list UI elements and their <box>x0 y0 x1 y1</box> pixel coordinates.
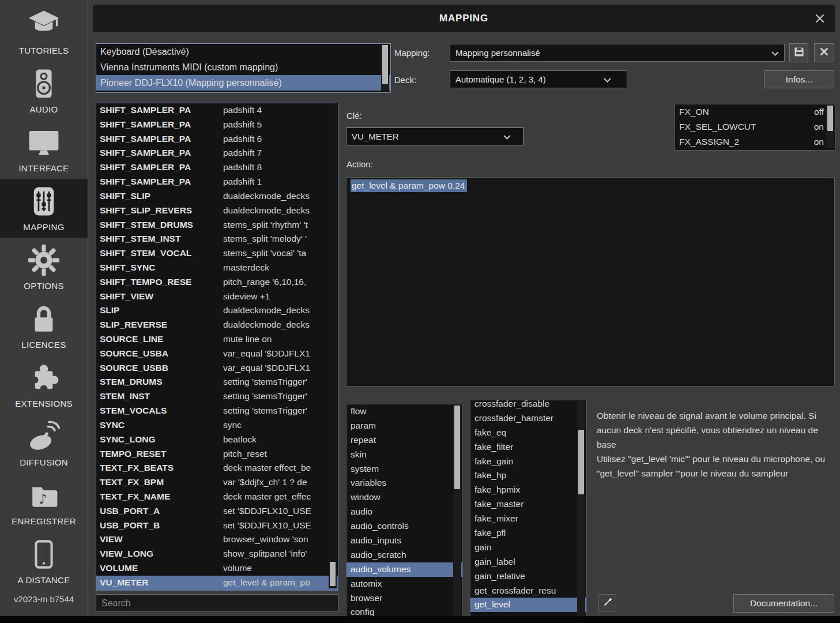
mapping-key-row[interactable]: TEMPO_RESETpitch_reset <box>96 447 338 461</box>
mapping-select[interactable]: Mapping personnalisé <box>450 44 785 62</box>
action-item[interactable]: gain_relative <box>470 569 586 584</box>
search-input[interactable] <box>96 594 338 612</box>
fx-list-scrollbar[interactable] <box>826 105 834 148</box>
mapping-key-row[interactable]: SHIFT_SYNCmasterdeck <box>96 261 338 275</box>
mapping-key-row[interactable]: VIEWbrowser_window 'son <box>96 532 338 547</box>
device-row[interactable]: Vienna Instruments MIDI (custom mapping) <box>96 59 390 75</box>
mapping-key-row[interactable]: STEM_VOCALSsetting 'stemsTrigger' <box>96 404 338 418</box>
mapping-key-row[interactable]: TEXT_FX_BPMvar '$ddjfx_ch' 1 ? de <box>96 475 338 490</box>
category-item[interactable]: automix <box>346 577 462 591</box>
mapping-key-row[interactable]: SHIFT_SLIP_REVERSdualdeckmode_decks <box>96 204 338 218</box>
mapping-key-row[interactable]: STEM_INSTsetting 'stemsTrigger' <box>96 389 338 404</box>
device-list[interactable]: Keyboard (Désactivé)Vienna Instruments M… <box>96 43 391 93</box>
action-item[interactable]: fake_eq <box>470 426 586 440</box>
actions-list-scrollbar[interactable] <box>577 401 585 623</box>
action-item[interactable]: crossfader_hamster <box>470 411 586 426</box>
action-item[interactable]: gain <box>470 541 586 555</box>
action-editor[interactable]: get_level & param_pow 0.24 <box>346 177 835 386</box>
mapping-key-row[interactable]: USB_PORT_Bset '$DDJFLX10_USE <box>96 519 338 533</box>
mapping-key-row[interactable]: SHIFT_STEM_VOCALstems_split 'vocal' 'ta <box>96 246 338 261</box>
key-list-scrollbar[interactable] <box>329 104 337 588</box>
mapping-key-row[interactable]: SHIFT_SAMPLER_PApadshift 5 <box>96 118 338 132</box>
action-item[interactable]: get_crossfader_resu <box>470 584 586 598</box>
mapping-key-row[interactable]: SHIFT_SAMPLER_PApadshift 7 <box>96 146 338 160</box>
category-list-scrollbar[interactable] <box>453 405 461 623</box>
mapping-key-row[interactable]: SHIFT_SAMPLER_PApadshift 6 <box>96 132 338 147</box>
category-item[interactable]: audio_volumes <box>346 562 462 577</box>
action-item[interactable]: gain_label <box>470 555 586 569</box>
mapping-key-list[interactable]: SHIFT_SAMPLER_PApadshift 4SHIFT_SAMPLER_… <box>96 103 338 591</box>
mapping-key-row[interactable]: TEXT_FX_BEATSdeck master effect_be <box>96 461 338 475</box>
action-name-list[interactable]: crossfader_disablecrossfader_hamsterfake… <box>470 400 587 623</box>
action-item[interactable]: get_level <box>470 598 586 612</box>
sidebar-item-interface[interactable]: INTERFACE <box>0 120 88 179</box>
cle-select[interactable]: VU_METER <box>346 127 523 145</box>
category-item[interactable]: browser <box>346 591 462 606</box>
mapping-key-row[interactable]: SHIFT_SAMPLER_PApadshift 4 <box>96 103 338 118</box>
mapping-key-row[interactable]: SHIFT_SLIPdualdeckmode_decks <box>96 189 338 204</box>
category-item[interactable]: system <box>346 462 462 476</box>
category-item[interactable]: audio_inputs <box>346 534 462 548</box>
action-item[interactable]: crossfader_disable <box>470 400 586 411</box>
action-item[interactable]: fake_master <box>470 497 586 512</box>
fx-state-list[interactable]: FX_ONoffFX_SEL_LOWCUTonFX_ASSIGN_2on <box>675 104 836 151</box>
category-item[interactable]: audio_controls <box>346 519 462 534</box>
sidebar-item-tutoriels[interactable]: TUTORIELS <box>0 2 88 61</box>
documentation-button[interactable]: Documentation... <box>733 594 834 613</box>
category-item[interactable]: param <box>346 419 462 433</box>
mapping-key-row[interactable]: SLIPdualdeckmode_decks <box>96 303 338 318</box>
mapping-key-row[interactable]: TEXT_FX_NAMEdeck master get_effec <box>96 490 338 504</box>
sidebar-item-options[interactable]: OPTIONS <box>0 238 88 297</box>
action-item[interactable]: fake_filter <box>470 440 586 455</box>
infos-button[interactable]: Infos... <box>764 70 834 88</box>
fx-row[interactable]: FX_ASSIGN_2on <box>675 134 835 149</box>
action-category-list[interactable]: flowparamrepeatskinsystemvariableswindow… <box>346 404 463 623</box>
mapping-key-row[interactable]: SHIFT_VIEWsideview +1 <box>96 290 338 304</box>
mapping-key-row[interactable]: SHIFT_TEMPO_RESEpitch_range '6,10,16, <box>96 275 338 290</box>
mapping-key-row[interactable]: SHIFT_STEM_INSTstems_split 'melody' ' <box>96 232 338 246</box>
fx-row[interactable]: FX_ONoff <box>675 104 835 119</box>
pick-control-button[interactable] <box>598 594 616 612</box>
mapping-key-row[interactable]: VIEW_LONGshow_splitpanel 'info' <box>96 547 338 561</box>
mapping-key-row[interactable]: SHIFT_SAMPLER_PApadshift 8 <box>96 160 338 175</box>
sidebar-item-a-distance[interactable]: A DISTANCE <box>0 532 88 591</box>
device-list-scrollbar[interactable] <box>381 44 389 91</box>
action-item[interactable]: fake_hpmix <box>470 483 586 497</box>
sidebar-item-enregistrer[interactable]: ♪ ENREGISTRER <box>0 473 88 532</box>
save-mapping-button[interactable] <box>789 43 808 62</box>
close-icon[interactable] <box>813 12 827 25</box>
mapping-key-row[interactable]: VOLUMEvolume <box>96 561 338 576</box>
category-item[interactable]: variables <box>346 476 462 490</box>
category-item[interactable]: audio_scratch <box>346 548 462 562</box>
fx-row[interactable]: FX_SEL_LOWCUTon <box>675 119 835 134</box>
mapping-key-row[interactable]: SHIFT_STEM_DRUMSstems_split 'rhythm' 't <box>96 218 338 232</box>
action-item[interactable]: fake_mixer <box>470 512 586 526</box>
category-item[interactable]: repeat <box>346 433 462 448</box>
device-row[interactable]: Pioneer DDJ-FLX10 (Mapping personnalisé) <box>96 75 390 91</box>
mapping-key-row[interactable]: SOURCE_LINEmute line on <box>96 332 338 347</box>
mapping-key-row[interactable]: SHIFT_SAMPLER_PApadshift 1 <box>96 175 338 189</box>
category-item[interactable]: audio <box>346 505 462 519</box>
mapping-key-row[interactable]: SOURCE_USBAvar_equal '$DDJFLX1 <box>96 347 338 361</box>
sidebar-item-diffusion[interactable]: DIFFUSION <box>0 414 88 473</box>
action-item[interactable]: fake_hp <box>470 468 586 483</box>
mapping-key-row[interactable]: SYNCsync <box>96 418 338 433</box>
category-item[interactable]: skin <box>346 448 462 462</box>
deck-select[interactable]: Automatique (1, 2, 3, 4) <box>450 70 627 88</box>
mapping-key-row[interactable]: SYNC_LONGbeatlock <box>96 433 338 447</box>
mapping-key-row[interactable]: SOURCE_USBBvar_equal '$DDJFLX1 <box>96 361 338 376</box>
category-item[interactable]: window <box>346 490 462 505</box>
sidebar-item-mapping[interactable]: MAPPING <box>0 179 88 238</box>
mapping-key-row[interactable]: USB_PORT_Aset '$DDJFLX10_USE <box>96 504 338 519</box>
category-item[interactable]: flow <box>346 404 462 419</box>
mapping-key-row[interactable]: VU_METERget_level & param_po <box>96 576 338 590</box>
mapping-key-row[interactable]: SLIP_REVERSEdualdeckmode_decks <box>96 318 338 332</box>
sidebar-item-licences[interactable]: LICENCES <box>0 297 88 355</box>
sidebar-item-audio[interactable]: AUDIO <box>0 61 88 120</box>
action-item[interactable]: fake_gain <box>470 455 586 469</box>
sidebar-item-extensions[interactable]: EXTENSIONS <box>0 355 88 414</box>
device-row[interactable]: Keyboard (Désactivé) <box>96 44 390 59</box>
delete-mapping-button[interactable] <box>814 43 834 62</box>
action-item[interactable]: fake_pfl <box>470 526 586 541</box>
mapping-key-row[interactable]: STEM_DRUMSsetting 'stemsTrigger' <box>96 375 338 389</box>
